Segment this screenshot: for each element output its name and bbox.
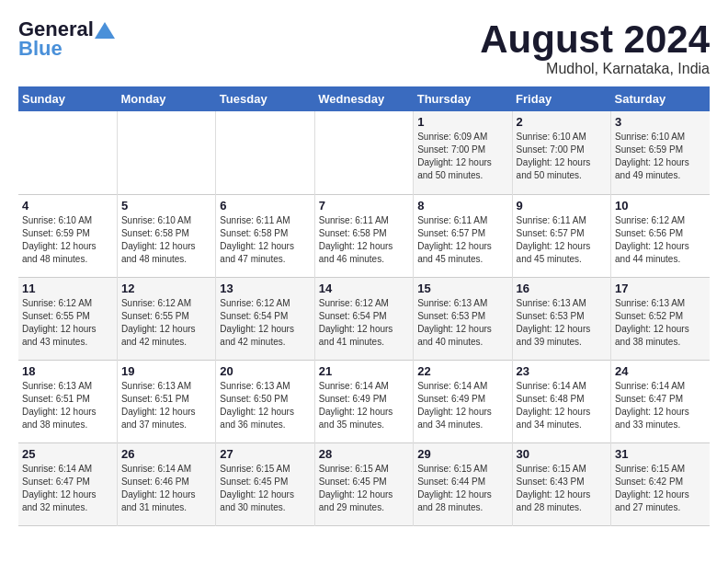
day-number: 17 <box>615 282 706 295</box>
calendar-empty-cell <box>314 111 413 194</box>
calendar-day-cell: 20Sunrise: 6:13 AM Sunset: 6:50 PM Dayli… <box>216 360 314 442</box>
day-number: 20 <box>220 364 310 378</box>
calendar-header: SundayMondayTuesdayWednesdayThursdayFrid… <box>18 86 710 111</box>
calendar-empty-cell <box>216 111 314 194</box>
calendar-body: 1Sunrise: 6:09 AM Sunset: 7:00 PM Daylig… <box>18 111 710 525</box>
day-number: 1 <box>417 115 507 129</box>
day-info: Sunrise: 6:11 AM Sunset: 6:57 PM Dayligh… <box>417 214 507 266</box>
day-number: 19 <box>121 364 211 378</box>
day-info: Sunrise: 6:13 AM Sunset: 6:53 PM Dayligh… <box>517 297 607 349</box>
day-info: Sunrise: 6:13 AM Sunset: 6:50 PM Dayligh… <box>220 380 310 431</box>
day-info: Sunrise: 6:13 AM Sunset: 6:52 PM Dayligh… <box>615 297 706 349</box>
day-info: Sunrise: 6:12 AM Sunset: 6:54 PM Dayligh… <box>319 297 409 349</box>
day-number: 18 <box>22 364 113 378</box>
day-number: 23 <box>517 364 607 378</box>
day-info: Sunrise: 6:15 AM Sunset: 6:43 PM Dayligh… <box>517 463 607 514</box>
calendar-day-cell: 22Sunrise: 6:14 AM Sunset: 6:49 PM Dayli… <box>414 360 512 442</box>
day-number: 13 <box>220 282 310 295</box>
day-number: 6 <box>220 199 310 213</box>
day-info: Sunrise: 6:13 AM Sunset: 6:51 PM Dayligh… <box>121 380 211 431</box>
calendar-day-cell: 18Sunrise: 6:13 AM Sunset: 6:51 PM Dayli… <box>18 360 117 442</box>
calendar-table: SundayMondayTuesdayWednesdayThursdayFrid… <box>18 86 710 526</box>
calendar-day-cell: 13Sunrise: 6:12 AM Sunset: 6:54 PM Dayli… <box>216 277 314 360</box>
calendar-day-cell: 3Sunrise: 6:10 AM Sunset: 6:59 PM Daylig… <box>611 111 710 194</box>
day-number: 29 <box>417 447 507 461</box>
calendar-week-row: 25Sunrise: 6:14 AM Sunset: 6:47 PM Dayli… <box>18 442 710 525</box>
calendar-day-cell: 2Sunrise: 6:10 AM Sunset: 7:00 PM Daylig… <box>512 111 610 194</box>
day-number: 9 <box>517 199 607 213</box>
day-number: 4 <box>22 199 113 213</box>
calendar-day-cell: 9Sunrise: 6:11 AM Sunset: 6:57 PM Daylig… <box>512 194 610 277</box>
weekday-header-tuesday: Tuesday <box>216 86 314 111</box>
calendar-day-cell: 30Sunrise: 6:15 AM Sunset: 6:43 PM Dayli… <box>512 442 610 525</box>
calendar-day-cell: 19Sunrise: 6:13 AM Sunset: 6:51 PM Dayli… <box>117 360 215 442</box>
day-info: Sunrise: 6:09 AM Sunset: 7:00 PM Dayligh… <box>417 131 507 182</box>
weekday-header-monday: Monday <box>117 86 215 111</box>
day-info: Sunrise: 6:14 AM Sunset: 6:46 PM Dayligh… <box>121 463 211 514</box>
day-number: 30 <box>517 447 607 461</box>
calendar-day-cell: 21Sunrise: 6:14 AM Sunset: 6:49 PM Dayli… <box>314 360 413 442</box>
day-number: 15 <box>417 282 507 295</box>
calendar-week-row: 4Sunrise: 6:10 AM Sunset: 6:59 PM Daylig… <box>18 194 710 277</box>
day-number: 28 <box>319 447 409 461</box>
day-info: Sunrise: 6:10 AM Sunset: 6:58 PM Dayligh… <box>121 214 211 266</box>
calendar-day-cell: 1Sunrise: 6:09 AM Sunset: 7:00 PM Daylig… <box>414 111 512 194</box>
day-info: Sunrise: 6:11 AM Sunset: 6:58 PM Dayligh… <box>319 214 409 266</box>
weekday-header-row: SundayMondayTuesdayWednesdayThursdayFrid… <box>18 86 710 111</box>
main-title: August 2024 <box>480 18 710 61</box>
calendar-day-cell: 27Sunrise: 6:15 AM Sunset: 6:45 PM Dayli… <box>216 442 314 525</box>
calendar-week-row: 18Sunrise: 6:13 AM Sunset: 6:51 PM Dayli… <box>18 360 710 442</box>
day-number: 5 <box>121 199 211 213</box>
logo-triangle-icon <box>95 22 115 39</box>
calendar-day-cell: 4Sunrise: 6:10 AM Sunset: 6:59 PM Daylig… <box>18 194 117 277</box>
day-number: 12 <box>121 282 211 295</box>
day-info: Sunrise: 6:14 AM Sunset: 6:49 PM Dayligh… <box>417 380 507 431</box>
day-number: 3 <box>615 115 706 129</box>
weekday-header-thursday: Thursday <box>414 86 512 111</box>
calendar-day-cell: 15Sunrise: 6:13 AM Sunset: 6:53 PM Dayli… <box>414 277 512 360</box>
day-info: Sunrise: 6:15 AM Sunset: 6:42 PM Dayligh… <box>615 463 706 514</box>
calendar-day-cell: 29Sunrise: 6:15 AM Sunset: 6:44 PM Dayli… <box>414 442 512 525</box>
calendar-day-cell: 23Sunrise: 6:14 AM Sunset: 6:48 PM Dayli… <box>512 360 610 442</box>
day-number: 25 <box>22 447 113 461</box>
subtitle: Mudhol, Karnataka, India <box>480 61 710 77</box>
calendar-day-cell: 26Sunrise: 6:14 AM Sunset: 6:46 PM Dayli… <box>117 442 215 525</box>
logo: General Blue <box>18 18 115 61</box>
day-info: Sunrise: 6:14 AM Sunset: 6:47 PM Dayligh… <box>22 463 113 514</box>
weekday-header-sunday: Sunday <box>18 86 117 111</box>
calendar-day-cell: 16Sunrise: 6:13 AM Sunset: 6:53 PM Dayli… <box>512 277 610 360</box>
calendar-day-cell: 8Sunrise: 6:11 AM Sunset: 6:57 PM Daylig… <box>414 194 512 277</box>
calendar-day-cell: 24Sunrise: 6:14 AM Sunset: 6:47 PM Dayli… <box>611 360 710 442</box>
day-number: 11 <box>22 282 113 295</box>
calendar-day-cell: 11Sunrise: 6:12 AM Sunset: 6:55 PM Dayli… <box>18 277 117 360</box>
day-info: Sunrise: 6:12 AM Sunset: 6:55 PM Dayligh… <box>121 297 211 349</box>
day-number: 10 <box>615 199 706 213</box>
day-info: Sunrise: 6:15 AM Sunset: 6:44 PM Dayligh… <box>417 463 507 514</box>
day-info: Sunrise: 6:14 AM Sunset: 6:47 PM Dayligh… <box>615 380 706 431</box>
calendar-empty-cell <box>18 111 117 194</box>
day-number: 16 <box>517 282 607 295</box>
calendar-day-cell: 5Sunrise: 6:10 AM Sunset: 6:58 PM Daylig… <box>117 194 215 277</box>
day-info: Sunrise: 6:10 AM Sunset: 6:59 PM Dayligh… <box>22 214 113 266</box>
day-info: Sunrise: 6:11 AM Sunset: 6:57 PM Dayligh… <box>517 214 607 266</box>
day-number: 27 <box>220 447 310 461</box>
day-info: Sunrise: 6:10 AM Sunset: 6:59 PM Dayligh… <box>615 131 706 182</box>
day-number: 14 <box>319 282 409 295</box>
calendar-empty-cell <box>117 111 215 194</box>
day-info: Sunrise: 6:15 AM Sunset: 6:45 PM Dayligh… <box>220 463 310 514</box>
calendar-day-cell: 6Sunrise: 6:11 AM Sunset: 6:58 PM Daylig… <box>216 194 314 277</box>
day-number: 8 <box>417 199 507 213</box>
day-info: Sunrise: 6:13 AM Sunset: 6:53 PM Dayligh… <box>417 297 507 349</box>
day-info: Sunrise: 6:11 AM Sunset: 6:58 PM Dayligh… <box>220 214 310 266</box>
calendar-day-cell: 12Sunrise: 6:12 AM Sunset: 6:55 PM Dayli… <box>117 277 215 360</box>
calendar-day-cell: 28Sunrise: 6:15 AM Sunset: 6:45 PM Dayli… <box>314 442 413 525</box>
day-info: Sunrise: 6:13 AM Sunset: 6:51 PM Dayligh… <box>22 380 113 431</box>
calendar-day-cell: 17Sunrise: 6:13 AM Sunset: 6:52 PM Dayli… <box>611 277 710 360</box>
day-info: Sunrise: 6:14 AM Sunset: 6:48 PM Dayligh… <box>517 380 607 431</box>
logo-blue: Blue <box>18 37 63 61</box>
calendar-day-cell: 7Sunrise: 6:11 AM Sunset: 6:58 PM Daylig… <box>314 194 413 277</box>
page-header: General Blue August 2024 Mudhol, Karnata… <box>18 18 710 77</box>
calendar-day-cell: 31Sunrise: 6:15 AM Sunset: 6:42 PM Dayli… <box>611 442 710 525</box>
weekday-header-saturday: Saturday <box>611 86 710 111</box>
day-info: Sunrise: 6:12 AM Sunset: 6:54 PM Dayligh… <box>220 297 310 349</box>
